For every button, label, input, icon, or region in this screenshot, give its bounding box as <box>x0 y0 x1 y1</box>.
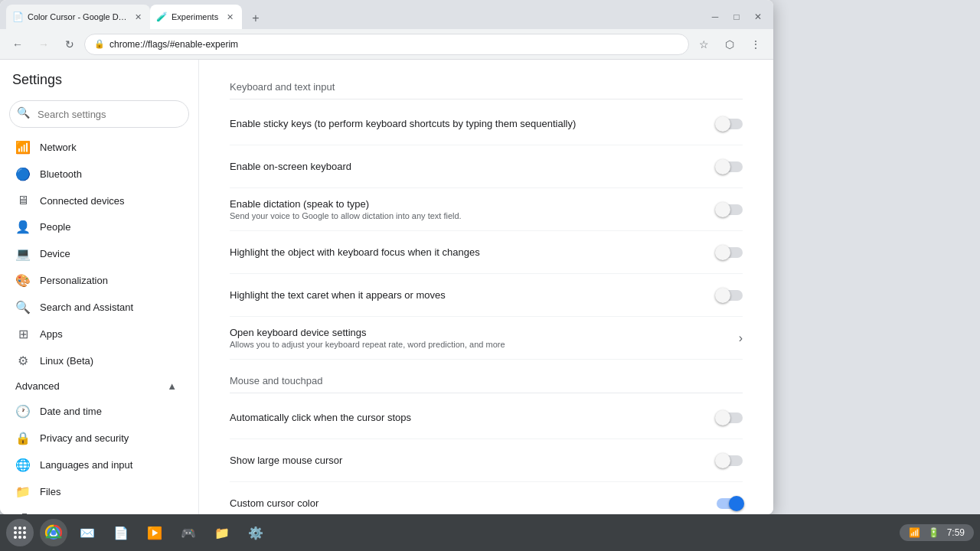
translate-icon: 🌐 <box>15 458 31 472</box>
person-icon: 👤 <box>15 220 31 234</box>
sticky-keys-toggle[interactable] <box>717 119 743 129</box>
auto-click-title: Automatically click when the cursor stop… <box>230 412 717 423</box>
sidebar-item-linux[interactable]: ⚙ Linux (Beta) <box>0 347 189 374</box>
browser-toolbar: ← → ↻ 🔒 chrome://flags/#enable-experim ☆… <box>0 29 773 60</box>
chevron-up-icon: ▲ <box>167 380 177 392</box>
sidebar-item-languages[interactable]: 🌐 Languages and input <box>0 452 189 478</box>
tab-experiments[interactable]: 🧪 Experiments ✕ <box>150 5 242 29</box>
wifi-icon: 📶 <box>15 140 31 155</box>
palette-icon: 🎨 <box>15 273 31 288</box>
new-tab-button[interactable]: + <box>245 8 266 29</box>
large-cursor-toggle[interactable] <box>717 455 743 466</box>
sidebar-linux-label: Linux (Beta) <box>40 355 93 367</box>
back-button[interactable]: ← <box>6 33 29 56</box>
svg-point-5 <box>23 531 26 534</box>
search-icon: 🔍 <box>15 300 31 315</box>
onscreen-kb-toggle[interactable] <box>717 161 743 172</box>
sidebar-item-search-assistant[interactable]: 🔍 Search and Assistant <box>0 294 189 321</box>
settings-search-input[interactable] <box>9 100 189 128</box>
setting-row-auto-click: Automatically click when the cursor stop… <box>230 396 743 439</box>
sticky-keys-content: Enable sticky keys (to perform keyboard … <box>230 118 717 129</box>
setting-row-highlight-caret: Highlight the text caret when it appears… <box>230 274 743 317</box>
close-button[interactable]: ✕ <box>749 8 767 26</box>
highlight-caret-toggle[interactable] <box>717 290 743 301</box>
sidebar-item-device[interactable]: 💻 Device <box>0 240 189 267</box>
svg-point-1 <box>18 527 21 530</box>
lock-icon: 🔒 <box>94 39 105 49</box>
svg-point-2 <box>23 527 26 530</box>
address-url: chrome://flags/#enable-experim <box>109 39 238 50</box>
svg-point-3 <box>14 531 17 534</box>
forward-button[interactable]: → <box>32 33 55 56</box>
setting-row-sticky-keys: Enable sticky keys (to perform keyboard … <box>230 103 743 145</box>
taskbar-chrome-icon[interactable] <box>40 519 67 546</box>
svg-point-4 <box>18 531 21 534</box>
taskbar-docs-icon[interactable]: 📄 <box>107 519 135 546</box>
linux-icon: ⚙ <box>15 354 31 368</box>
sidebar-item-network[interactable]: 📶 Network <box>0 134 189 161</box>
dictation-toggle[interactable] <box>717 204 743 215</box>
highlight-focus-control <box>717 247 743 258</box>
sidebar-item-connected-devices[interactable]: 🖥 Connected devices <box>0 187 189 214</box>
sidebar-bluetooth-label: Bluetooth <box>40 168 82 180</box>
sidebar-item-bluetooth[interactable]: 🔵 Bluetooth <box>0 161 189 187</box>
sidebar-item-privacy[interactable]: 🔒 Privacy and security <box>0 425 189 452</box>
bluetooth-icon: 🔵 <box>15 167 31 181</box>
tab-docs[interactable]: 📄 Color Cursor - Google Docs ✕ <box>6 5 150 29</box>
devices-icon: 🖥 <box>15 194 31 207</box>
reload-button[interactable]: ↻ <box>58 33 81 56</box>
advanced-label: Advanced <box>15 380 60 392</box>
maximize-button[interactable]: □ <box>727 8 746 26</box>
svg-point-8 <box>23 536 26 539</box>
sidebar-item-printing[interactable]: 🖨 Printing <box>0 505 189 514</box>
settings-main: Keyboard and text input Enable sticky ke… <box>199 60 773 514</box>
taskbar: ✉️ 📄 ▶️ 🎮 📁 ⚙️ 📶 🔋 7:59 <box>0 514 980 551</box>
sidebar-connected-label: Connected devices <box>40 195 125 207</box>
taskbar-play-icon[interactable]: 🎮 <box>175 519 202 546</box>
sidebar-item-people[interactable]: 👤 People <box>0 214 189 240</box>
taskbar-files-icon[interactable]: 📁 <box>208 519 236 546</box>
auto-click-toggle[interactable] <box>717 412 743 423</box>
settings-search-container: 🔍 <box>0 100 198 134</box>
tab-exp-close[interactable]: ✕ <box>224 11 236 23</box>
keyboard-device-content: Open keyboard device settings Allows you… <box>230 327 739 349</box>
address-bar[interactable]: 🔒 chrome://flags/#enable-experim <box>84 34 689 55</box>
onscreen-kb-control <box>717 161 743 172</box>
large-cursor-content: Show large mouse cursor <box>230 455 717 466</box>
custom-color-toggle[interactable] <box>717 498 743 509</box>
taskbar-launcher-icon[interactable] <box>6 519 34 546</box>
tab-docs-close[interactable]: ✕ <box>132 11 144 23</box>
dictation-title: Enable dictation (speak to type) <box>230 198 717 210</box>
svg-point-7 <box>18 536 21 539</box>
large-cursor-title: Show large mouse cursor <box>230 455 717 466</box>
menu-button[interactable]: ⋮ <box>744 33 767 56</box>
sidebar-item-files[interactable]: 📁 Files <box>0 478 189 505</box>
auto-click-control <box>717 412 743 423</box>
taskbar-gmail-icon[interactable]: ✉️ <box>74 519 101 546</box>
highlight-focus-toggle[interactable] <box>717 247 743 258</box>
setting-row-highlight-focus: Highlight the object with keyboard focus… <box>230 231 743 274</box>
sidebar-advanced-toggle[interactable]: Advanced ▲ <box>0 374 189 398</box>
highlight-focus-title: Highlight the object with keyboard focus… <box>230 246 717 258</box>
setting-row-dictation: Enable dictation (speak to type) Send yo… <box>230 188 743 231</box>
taskbar-youtube-icon[interactable]: ▶️ <box>141 519 168 546</box>
time-display: 7:59 <box>947 527 965 538</box>
settings-sidebar: Settings 🔍 📶 Network 🔵 Bluetooth 🖥 Conne… <box>0 60 199 514</box>
keyboard-device-title: Open keyboard device settings <box>230 327 739 338</box>
sidebar-item-apps[interactable]: ⊞ Apps <box>0 321 189 347</box>
sidebar-item-date-time[interactable]: 🕐 Date and time <box>0 398 189 425</box>
sidebar-item-personalization[interactable]: 🎨 Personalization <box>0 267 189 294</box>
setting-row-onscreen-kb: Enable on-screen keyboard <box>230 145 743 188</box>
system-tray[interactable]: 📶 🔋 7:59 <box>900 524 974 541</box>
keyboard-device-chevron-icon: › <box>739 331 743 345</box>
setting-row-keyboard-device[interactable]: Open keyboard device settings Allows you… <box>230 317 743 360</box>
large-cursor-control <box>717 455 743 466</box>
extension-button[interactable]: ⬡ <box>718 33 741 56</box>
keyboard-section-heading: Keyboard and text input <box>230 75 743 99</box>
sidebar-personalization-label: Personalization <box>40 275 108 286</box>
wifi-status-icon: 📶 <box>909 527 920 538</box>
bookmark-button[interactable]: ☆ <box>692 33 715 56</box>
minimize-button[interactable]: ─ <box>706 8 724 26</box>
taskbar-settings-icon[interactable]: ⚙️ <box>242 519 270 546</box>
svg-point-6 <box>14 536 17 539</box>
